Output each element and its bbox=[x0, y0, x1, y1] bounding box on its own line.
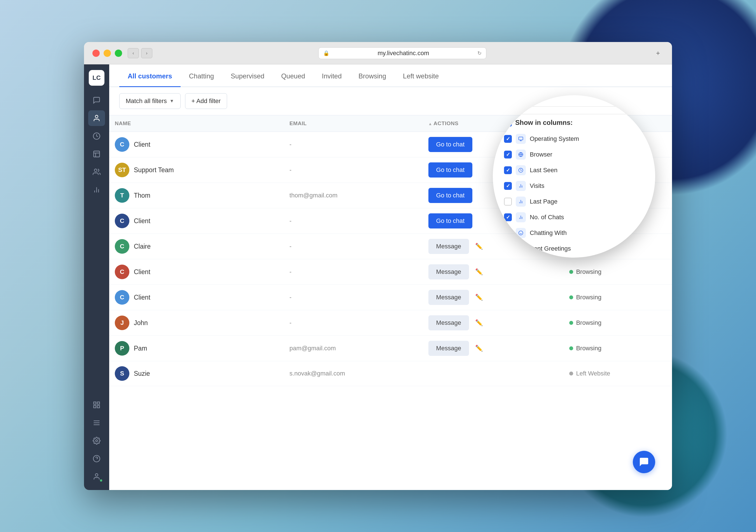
status-text: Browsing bbox=[576, 294, 601, 301]
sidebar-item-history[interactable] bbox=[88, 128, 105, 144]
status-text: Left Website bbox=[576, 370, 610, 377]
go-to-chat-button[interactable]: Go to chat bbox=[428, 162, 472, 177]
activity-cell: Browsing bbox=[564, 310, 672, 336]
edit-icon[interactable]: ✏️ bbox=[473, 342, 485, 354]
sidebar-item-tickets[interactable] bbox=[88, 146, 105, 162]
status-text: Browsing bbox=[576, 319, 601, 327]
column-icon bbox=[516, 212, 526, 222]
name-cell: C Client bbox=[115, 265, 278, 279]
column-checkbox[interactable] bbox=[504, 151, 512, 158]
edit-icon[interactable]: ✏️ bbox=[473, 291, 485, 303]
tab-left-website[interactable]: Left website bbox=[394, 65, 447, 87]
column-selector-panel: Show in columns: Operating System Browse… bbox=[493, 95, 655, 257]
tab-chatting[interactable]: Chatting bbox=[180, 65, 222, 87]
sidebar-item-help[interactable] bbox=[88, 451, 105, 466]
tab-supervised[interactable]: Supervised bbox=[222, 65, 273, 87]
tab-queued[interactable]: Queued bbox=[273, 65, 313, 87]
go-to-chat-button[interactable]: Go to chat bbox=[428, 213, 472, 228]
table-row: P Pam pam@gmail.com Message ✏️ Browsing bbox=[109, 336, 672, 361]
forward-button[interactable]: › bbox=[141, 48, 152, 58]
maximize-button[interactable] bbox=[115, 50, 122, 57]
avatar: C bbox=[115, 137, 129, 152]
column-checkbox[interactable] bbox=[504, 135, 512, 143]
tab-all-customers[interactable]: All customers bbox=[119, 65, 180, 87]
sidebar-item-customers[interactable] bbox=[88, 110, 105, 126]
sidebar-item-apps[interactable] bbox=[88, 397, 105, 413]
column-selector-item[interactable]: Visits bbox=[504, 178, 641, 194]
email-cell: - bbox=[284, 310, 423, 336]
refresh-icon[interactable]: ↻ bbox=[477, 50, 482, 56]
add-filter-button[interactable]: + Add filter bbox=[185, 93, 228, 109]
sidebar-item-settings[interactable] bbox=[88, 433, 105, 449]
activity-cell: Browsing bbox=[564, 336, 672, 361]
column-selector-item[interactable]: Operating System bbox=[504, 131, 641, 147]
add-filter-label: + Add filter bbox=[192, 97, 221, 105]
customer-name: Client bbox=[134, 268, 150, 276]
avatar: C bbox=[115, 290, 129, 305]
column-label: No. of Chats bbox=[530, 214, 564, 221]
sidebar-item-reports[interactable] bbox=[88, 182, 105, 198]
column-checkbox[interactable] bbox=[504, 166, 512, 174]
name-cell: C Client bbox=[115, 290, 278, 305]
message-button[interactable]: Message bbox=[428, 341, 469, 356]
svg-point-16 bbox=[96, 440, 98, 442]
lock-icon: 🔒 bbox=[323, 50, 329, 56]
name-cell: C Client bbox=[115, 137, 278, 152]
activity-cell: Browsing bbox=[564, 285, 672, 310]
status-dot bbox=[569, 372, 573, 376]
customer-name: Pam bbox=[134, 345, 147, 352]
avatar: J bbox=[115, 316, 129, 330]
go-to-chat-button[interactable]: Go to chat bbox=[428, 137, 472, 152]
left-sidebar: LC bbox=[84, 65, 109, 490]
column-selector-item[interactable]: Last Seen bbox=[504, 162, 641, 178]
mac-window: ‹ › 🔒 my.livechatinc.com ↻ + LC bbox=[84, 42, 672, 490]
url-display: my.livechatinc.com bbox=[332, 50, 474, 57]
table-row: J John - Message ✏️ Browsing bbox=[109, 310, 672, 336]
address-bar[interactable]: 🔒 my.livechatinc.com ↻ bbox=[318, 47, 486, 59]
svg-rect-10 bbox=[97, 402, 99, 404]
minimize-button[interactable] bbox=[104, 50, 111, 57]
message-button[interactable]: Message bbox=[428, 264, 469, 279]
tab-invited[interactable]: Invited bbox=[313, 65, 350, 87]
email-cell: thom@gmail.com bbox=[284, 183, 423, 208]
sidebar-item-agent[interactable] bbox=[88, 469, 105, 484]
sidebar-item-menu[interactable] bbox=[88, 415, 105, 431]
edit-icon[interactable]: ✏️ bbox=[473, 266, 485, 278]
add-tab-button[interactable]: + bbox=[652, 48, 663, 59]
column-selector-item[interactable]: Chatting With bbox=[504, 225, 641, 241]
chat-support-button[interactable] bbox=[633, 451, 655, 473]
column-label: Last Seen bbox=[530, 167, 557, 174]
message-button[interactable]: Message bbox=[428, 290, 469, 305]
message-button[interactable]: Message bbox=[428, 315, 469, 331]
avatar: T bbox=[115, 188, 129, 203]
match-filter-dropdown[interactable]: Match all filters ▼ bbox=[119, 93, 180, 109]
chevron-down-icon: ▼ bbox=[170, 98, 174, 104]
column-selector-item[interactable]: Browser bbox=[504, 147, 641, 162]
status-text: Browsing bbox=[576, 268, 601, 276]
sidebar-item-chats[interactable] bbox=[88, 93, 105, 108]
column-label: Chatting With bbox=[530, 229, 567, 237]
sidebar-item-team[interactable] bbox=[88, 164, 105, 180]
name-cell: C Claire bbox=[115, 239, 278, 254]
status-dot bbox=[569, 321, 573, 325]
column-checkbox[interactable] bbox=[504, 198, 512, 205]
email-cell: - bbox=[284, 234, 423, 259]
close-button[interactable] bbox=[93, 50, 100, 57]
email-cell: - bbox=[284, 132, 423, 157]
svg-point-19 bbox=[95, 474, 98, 476]
customer-name: Support Team bbox=[134, 166, 174, 174]
chat-bubble-icon bbox=[638, 456, 650, 467]
column-selector-title: Show in columns: bbox=[504, 119, 641, 126]
message-button[interactable]: Message bbox=[428, 239, 469, 254]
column-selector-item[interactable]: No. of Chats bbox=[504, 209, 641, 225]
tab-browsing[interactable]: Browsing bbox=[350, 65, 394, 87]
traffic-lights bbox=[93, 50, 122, 57]
column-selector-item[interactable]: Last Page bbox=[504, 194, 641, 209]
column-checkbox[interactable] bbox=[504, 182, 512, 190]
actions-cell: Message ✏️ bbox=[423, 259, 564, 285]
match-filter-label: Match all filters bbox=[126, 97, 167, 105]
edit-icon[interactable]: ✏️ bbox=[473, 241, 485, 252]
edit-icon[interactable]: ✏️ bbox=[473, 317, 485, 329]
go-to-chat-button[interactable]: Go to chat bbox=[428, 188, 472, 203]
back-button[interactable]: ‹ bbox=[128, 48, 139, 58]
